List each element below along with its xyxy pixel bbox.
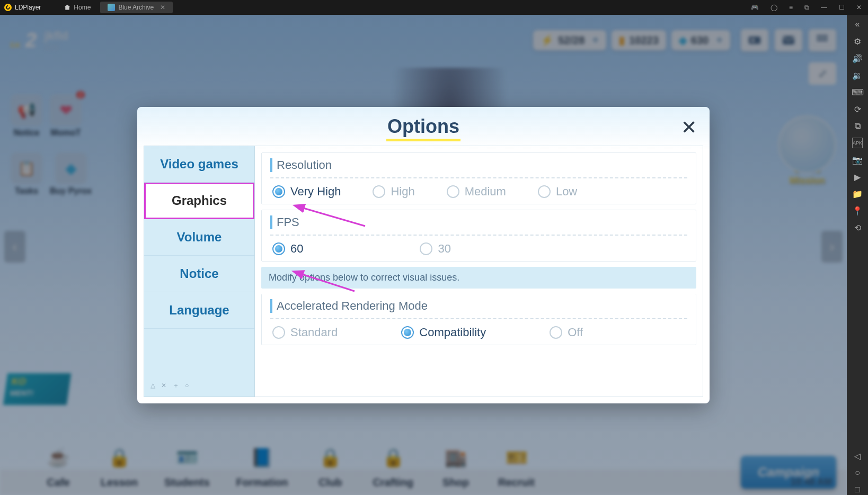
sidebar-item-graphics[interactable]: Graphics	[144, 183, 254, 219]
minimize-button[interactable]: —	[819, 3, 829, 12]
toolbar-settings-icon[interactable]: ⚙	[852, 36, 863, 47]
maximize-button[interactable]: ☐	[837, 3, 847, 12]
toolbar-collapse-icon[interactable]: «	[852, 19, 863, 30]
gamepad-icon[interactable]: 🎮	[749, 3, 761, 12]
divider	[270, 177, 687, 178]
radio-icon	[550, 326, 562, 339]
close-icon: ✕	[681, 116, 697, 138]
options-content: Resolution Very High High Medium Low FPS	[255, 146, 703, 397]
resolution-options: Very High High Medium Low	[270, 185, 687, 199]
app-name: LDPlayer	[15, 4, 41, 11]
toolbar-record-icon[interactable]: ▶	[852, 172, 863, 182]
emulator-side-toolbar: « ⚙ 🔊 🔉 ⌨ ⟳ ⧉ APK 📷 ▶ 📁 📍 ⟲ ◁ ○ □	[847, 15, 868, 495]
multi-window-icon[interactable]: ⧉	[802, 3, 811, 12]
decorative-shapes: △ ✕ ＋ ○	[144, 375, 254, 397]
rendering-label: Accelerated Rendering Mode	[270, 299, 687, 313]
dialog-body: Video games Graphics Volume Notice Langu…	[137, 146, 710, 403]
tab-label: Blue Archive	[118, 4, 154, 11]
radio-icon	[538, 185, 551, 198]
radio-icon	[401, 326, 414, 339]
radio-icon	[272, 326, 285, 339]
tab-home[interactable]: Home	[57, 2, 98, 13]
toolbar-volume-down-icon[interactable]: 🔉	[852, 70, 863, 80]
info-banner: Modify options below to correct visual i…	[261, 267, 696, 289]
options-sidebar: Video games Graphics Volume Notice Langu…	[144, 146, 255, 397]
dialog-title: Options	[137, 107, 710, 146]
options-dialog: Options ✕ Video games Graphics Volume No…	[137, 107, 710, 403]
tab-close-icon[interactable]: ✕	[160, 4, 165, 11]
toolbar-rotate-icon[interactable]: ⟲	[852, 222, 863, 233]
toolbar-keyboard-icon[interactable]: ⌨	[852, 87, 863, 97]
toolbar-home-icon[interactable]: ○	[852, 467, 863, 478]
toolbar-back-icon[interactable]: ◁	[852, 451, 863, 461]
radio-high[interactable]: High	[373, 185, 414, 199]
toolbar-location-icon[interactable]: 📍	[852, 205, 863, 216]
divider	[270, 235, 687, 236]
close-button[interactable]: ✕	[854, 3, 864, 12]
toolbar-volume-up-icon[interactable]: 🔊	[852, 53, 863, 64]
emulator-titlebar: LDPlayer Home Blue Archive ✕ 🎮 ◯ ≡ ⧉ — ☐…	[0, 0, 868, 15]
tab-label: Home	[74, 4, 91, 11]
sidebar-item-notice[interactable]: Notice	[144, 256, 254, 292]
title-underline	[386, 139, 460, 141]
dialog-close-button[interactable]: ✕	[681, 116, 697, 139]
toolbar-apk-icon[interactable]: APK	[852, 138, 863, 148]
radio-icon	[272, 185, 285, 198]
radio-icon	[420, 242, 432, 255]
radio-30[interactable]: 30	[420, 242, 450, 256]
section-fps: FPS 60 30	[261, 210, 696, 262]
section-resolution: Resolution Very High High Medium Low	[261, 152, 696, 204]
radio-medium[interactable]: Medium	[447, 185, 506, 199]
tab-blue-archive[interactable]: Blue Archive ✕	[100, 2, 173, 13]
toolbar-multi-icon[interactable]: ⧉	[852, 121, 863, 131]
home-icon	[64, 4, 70, 11]
toolbar-sync-icon[interactable]: ⟳	[852, 104, 863, 114]
account-icon[interactable]: ◯	[768, 3, 780, 12]
radio-standard[interactable]: Standard	[272, 326, 338, 339]
resolution-label: Resolution	[270, 158, 687, 172]
dialog-overlay: Options ✕ Video games Graphics Volume No…	[0, 15, 847, 495]
sidebar-item-volume[interactable]: Volume	[144, 219, 254, 256]
toolbar-recent-icon[interactable]: □	[852, 484, 863, 495]
ldplayer-logo-icon	[4, 4, 12, 11]
sidebar-item-language[interactable]: Language	[144, 292, 254, 329]
radio-icon	[373, 185, 385, 198]
rendering-options: Standard Compatibility Off	[270, 326, 687, 339]
divider	[270, 318, 687, 319]
radio-very-high[interactable]: Very High	[272, 185, 341, 199]
sidebar-item-video-games[interactable]: Video games	[144, 146, 254, 183]
radio-icon	[447, 185, 459, 198]
radio-compatibility[interactable]: Compatibility	[401, 326, 486, 339]
radio-low[interactable]: Low	[538, 185, 577, 199]
fps-options: 60 30	[270, 242, 687, 256]
game-viewport: Lv. 2 jkfld 2/10 ⚡ 52/28 + ▮ 10223	[0, 15, 847, 495]
radio-icon	[272, 242, 285, 255]
radio-60[interactable]: 60	[272, 242, 303, 256]
toolbar-screenshot-icon[interactable]: 📷	[852, 155, 863, 165]
section-rendering: Accelerated Rendering Mode Standard Comp…	[261, 294, 696, 345]
window-controls: 🎮 ◯ ≡ ⧉ — ☐ ✕	[749, 3, 864, 12]
radio-off[interactable]: Off	[550, 326, 583, 339]
menu-icon[interactable]: ≡	[787, 3, 795, 12]
fps-label: FPS	[270, 215, 687, 229]
toolbar-folder-icon[interactable]: 📁	[852, 188, 863, 199]
blue-archive-icon	[108, 4, 115, 11]
